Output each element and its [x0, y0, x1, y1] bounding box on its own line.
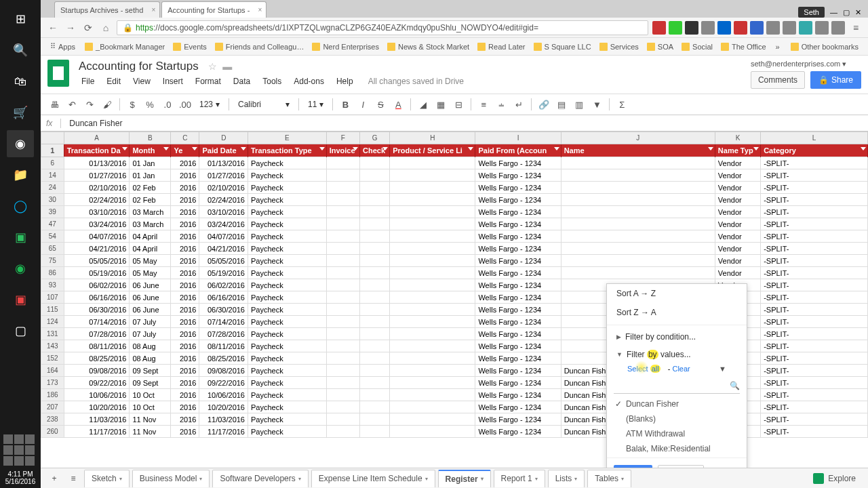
- filter-icon[interactable]: ▼: [589, 96, 605, 113]
- sort-za[interactable]: Sort Z → A: [607, 303, 747, 322]
- bookmark-item[interactable]: Read Later: [473, 41, 529, 53]
- table-row[interactable]: 6 01/13/201601 Jan2016 01/13/2016Paychec…: [41, 157, 868, 169]
- filter-value[interactable]: (Blanks): [607, 411, 747, 426]
- basket-icon[interactable]: 🛒: [7, 99, 34, 126]
- start-icon[interactable]: ⊞: [7, 5, 34, 33]
- apps-button[interactable]: ⠿ Apps: [46, 40, 79, 53]
- filter-value[interactable]: Duncan Fisher: [607, 396, 747, 411]
- browser-tab[interactable]: Accounting for Startups -×: [161, 1, 267, 18]
- bookmark-item[interactable]: The Office: [717, 41, 770, 53]
- table-row[interactable]: 39 03/10/201603 March2016 03/10/2016Payc…: [41, 206, 868, 218]
- redo-icon[interactable]: ↷: [81, 96, 98, 113]
- sheet-tab[interactable]: Lists ▾: [548, 470, 585, 487]
- minimize-icon[interactable]: —: [830, 8, 837, 16]
- chrome-icon[interactable]: ◉: [7, 130, 34, 157]
- table-row[interactable]: 54 04/07/201604 April2016 04/07/2016Payc…: [41, 230, 868, 243]
- extension-icon[interactable]: [815, 21, 829, 35]
- bookmark-item[interactable]: Events: [169, 41, 211, 53]
- table-row[interactable]: 65 04/21/201604 April2016 04/21/2016Payc…: [41, 243, 868, 255]
- wrap-icon[interactable]: ↵: [511, 96, 527, 113]
- add-sheet-icon[interactable]: +: [46, 470, 62, 487]
- column-header-cell[interactable]: Paid Date: [199, 144, 248, 157]
- folder-icon[interactable]: ▬: [222, 61, 232, 72]
- back-icon[interactable]: ←: [46, 21, 60, 35]
- forward-icon[interactable]: →: [64, 21, 77, 35]
- column-header-cell[interactable]: Name Typ: [715, 144, 760, 157]
- formula-input[interactable]: Duncan Fisher: [69, 119, 122, 128]
- share-button[interactable]: 🔒Share: [810, 71, 861, 89]
- maximize-icon[interactable]: ▢: [843, 8, 850, 17]
- fontsize-select[interactable]: 11 ▾: [303, 97, 328, 112]
- col-header[interactable]: E: [248, 132, 327, 144]
- store-icon[interactable]: 🛍: [7, 68, 34, 95]
- filter-by-values[interactable]: ▼Filter by values...: [607, 346, 747, 363]
- menu-add-ons[interactable]: Add-ons: [288, 75, 330, 88]
- cancel-button[interactable]: Cancel: [658, 465, 703, 468]
- extension-icon[interactable]: [734, 21, 747, 35]
- font-select[interactable]: Calibri ▾: [233, 97, 294, 112]
- table-row[interactable]: 75 05/05/201605 May2016 05/05/2016Payche…: [41, 255, 868, 267]
- col-header[interactable]: J: [561, 132, 715, 144]
- format-select[interactable]: 123 ▾: [195, 97, 224, 112]
- sheets-logo-icon[interactable]: [47, 60, 69, 87]
- extension-icon[interactable]: [717, 21, 731, 35]
- sheet-tab[interactable]: Tables ▾: [587, 470, 631, 487]
- close-icon[interactable]: ×: [258, 6, 262, 14]
- sigma-icon[interactable]: Σ: [614, 96, 630, 113]
- col-header[interactable]: G: [360, 132, 390, 144]
- bookmark-item[interactable]: Friends and Colleagu…: [211, 41, 309, 53]
- extension-icon[interactable]: [783, 21, 796, 35]
- home-icon[interactable]: ⌂: [99, 21, 113, 35]
- col-header[interactable]: C: [171, 132, 199, 144]
- skype-icon[interactable]: ◯: [7, 192, 34, 220]
- valign-icon[interactable]: ⫨: [493, 96, 509, 113]
- extension-icon[interactable]: [799, 21, 812, 35]
- strike-icon[interactable]: S: [372, 96, 389, 113]
- col-header[interactable]: B: [130, 132, 171, 144]
- menu-data[interactable]: Data: [228, 75, 256, 88]
- column-header-cell[interactable]: Paid From (Accoun: [475, 144, 561, 157]
- column-header-cell[interactable]: Check: [360, 144, 390, 157]
- link-icon[interactable]: 🔗: [536, 96, 552, 113]
- column-header-cell[interactable]: Invoice: [326, 144, 359, 157]
- bookmark-item[interactable]: SOA: [643, 41, 677, 53]
- print-icon[interactable]: 🖶: [46, 96, 62, 113]
- borders-icon[interactable]: ▦: [433, 96, 449, 113]
- italic-icon[interactable]: I: [355, 96, 371, 113]
- column-header-cell[interactable]: Product / Service Li: [390, 144, 475, 157]
- sheet-tab[interactable]: Register ▾: [438, 470, 491, 487]
- system-tray[interactable]: [1, 432, 39, 468]
- undo-icon[interactable]: ↶: [64, 96, 80, 113]
- bookmark-item[interactable]: _Bookmark Manager: [81, 41, 169, 53]
- column-header-cell[interactable]: Ye: [171, 144, 199, 157]
- clear-link[interactable]: Clear: [672, 365, 690, 373]
- bookmark-overflow[interactable]: »: [772, 41, 784, 53]
- address-input[interactable]: 🔒 https://docs.google.com/spreadsheets/d…: [117, 20, 648, 35]
- menu-view[interactable]: View: [127, 75, 156, 88]
- bookmark-item[interactable]: News & Stock Market: [383, 41, 473, 53]
- sheet-tab[interactable]: Expense Line Item Schedule ▾: [311, 470, 435, 487]
- fill-icon[interactable]: ◢: [415, 96, 431, 113]
- table-row[interactable]: 47 03/24/201603 March2016 03/24/2016Payc…: [41, 218, 868, 230]
- menu-format[interactable]: Format: [190, 75, 226, 88]
- sheet-tab[interactable]: Business Model ▾: [132, 470, 210, 487]
- close-icon[interactable]: ✕: [855, 8, 861, 17]
- table-row[interactable]: 24 02/10/201602 Feb2016 02/10/2016Payche…: [41, 182, 868, 194]
- extension-icon[interactable]: [701, 21, 715, 35]
- col-header[interactable]: I: [475, 132, 561, 144]
- extension-icon[interactable]: [652, 21, 666, 35]
- bookmark-item[interactable]: Social: [677, 41, 717, 53]
- column-header-cell[interactable]: Transaction Da: [64, 144, 130, 157]
- sheet-tab[interactable]: Report 1 ▾: [494, 470, 545, 487]
- menu-insert[interactable]: Insert: [157, 75, 189, 88]
- bookmark-item[interactable]: Nerd Enterprises: [308, 41, 383, 53]
- extension-icon[interactable]: [750, 21, 764, 35]
- extension-icon[interactable]: [669, 21, 682, 35]
- extension-icon[interactable]: [766, 21, 780, 35]
- table-row[interactable]: 30 02/24/201602 Feb2016 02/24/2016Payche…: [41, 194, 868, 206]
- star-icon[interactable]: ☆: [208, 61, 217, 72]
- bookmark-item[interactable]: S Square LLC: [530, 41, 595, 53]
- col-header[interactable]: D: [199, 132, 248, 144]
- menu-help[interactable]: Help: [331, 75, 359, 88]
- extension-icon[interactable]: [831, 21, 845, 35]
